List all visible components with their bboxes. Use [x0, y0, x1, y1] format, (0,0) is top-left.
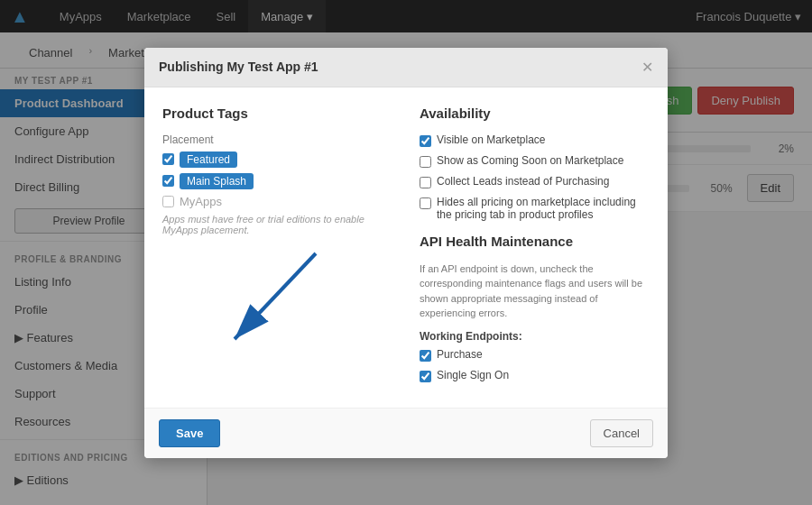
availability-title: Availability	[420, 106, 650, 121]
endpoint-sso-row: Single Sign On	[420, 369, 650, 382]
availability-checkbox-0[interactable]	[420, 135, 431, 147]
featured-checkbox-row: Featured	[162, 152, 392, 168]
api-health-desc: If an API endpoint is down, uncheck the …	[420, 262, 650, 321]
modal-header: Publishing My Test App #1 ✕	[144, 48, 668, 87]
myapps-checkbox[interactable]	[162, 196, 174, 207]
availability-label-3: Hides all pricing on marketplace includi…	[437, 196, 650, 221]
myapps-note: Apps must have free or trial editions to…	[162, 214, 392, 235]
save-button[interactable]: Save	[159, 419, 220, 447]
api-health-section: API Health Maintenance If an API endpoin…	[420, 234, 650, 382]
modal-title: Publishing My Test App #1	[159, 60, 318, 74]
availability-column: Availability Visible on Marketplace Show…	[420, 106, 650, 390]
myapps-checkbox-row: MyApps	[162, 195, 392, 208]
modal-footer: Save Cancel	[144, 408, 668, 458]
main-splash-checkbox[interactable]	[162, 175, 174, 187]
modal-close-icon[interactable]: ✕	[641, 59, 653, 76]
endpoint-purchase-row: Purchase	[420, 348, 650, 362]
main-splash-checkbox-row: Main Splash	[162, 173, 392, 189]
endpoint-sso-checkbox[interactable]	[420, 371, 431, 382]
svg-line-1	[235, 253, 316, 339]
modal-overlay: Publishing My Test App #1 ✕ Product Tags…	[0, 0, 812, 505]
placement-label: Placement	[162, 133, 392, 146]
myapps-label: MyApps	[180, 195, 222, 208]
endpoint-purchase-checkbox[interactable]	[420, 350, 431, 362]
availability-label-0: Visible on Marketplace	[437, 133, 546, 146]
arrow-container	[162, 244, 392, 353]
availability-item-0: Visible on Marketplace	[420, 133, 650, 147]
cancel-button[interactable]: Cancel	[590, 419, 653, 447]
availability-checkbox-3[interactable]	[420, 197, 431, 209]
availability-label-1: Show as Coming Soon on Marketplace	[437, 154, 623, 167]
availability-item-3: Hides all pricing on marketplace includi…	[420, 196, 650, 221]
product-tags-column: Product Tags Placement Featured Main Spl…	[162, 106, 392, 390]
featured-label: Featured	[180, 152, 237, 168]
product-tags-title: Product Tags	[162, 106, 392, 121]
endpoint-purchase-label: Purchase	[437, 348, 483, 361]
availability-item-2: Collect Leads instead of Purchasing	[420, 175, 650, 188]
featured-checkbox[interactable]	[162, 153, 174, 165]
main-splash-label: Main Splash	[180, 173, 254, 189]
availability-item-1: Show as Coming Soon on Marketplace	[420, 154, 650, 168]
endpoints-label: Working Endpoints:	[420, 330, 650, 343]
availability-checkbox-2[interactable]	[420, 177, 431, 188]
availability-checkbox-1[interactable]	[420, 156, 431, 168]
publish-modal: Publishing My Test App #1 ✕ Product Tags…	[144, 48, 668, 458]
modal-body: Product Tags Placement Featured Main Spl…	[144, 87, 668, 408]
endpoint-sso-label: Single Sign On	[437, 369, 509, 381]
availability-label-2: Collect Leads instead of Purchasing	[437, 175, 609, 188]
arrow-svg	[162, 244, 343, 353]
api-health-title: API Health Maintenance	[420, 234, 650, 249]
